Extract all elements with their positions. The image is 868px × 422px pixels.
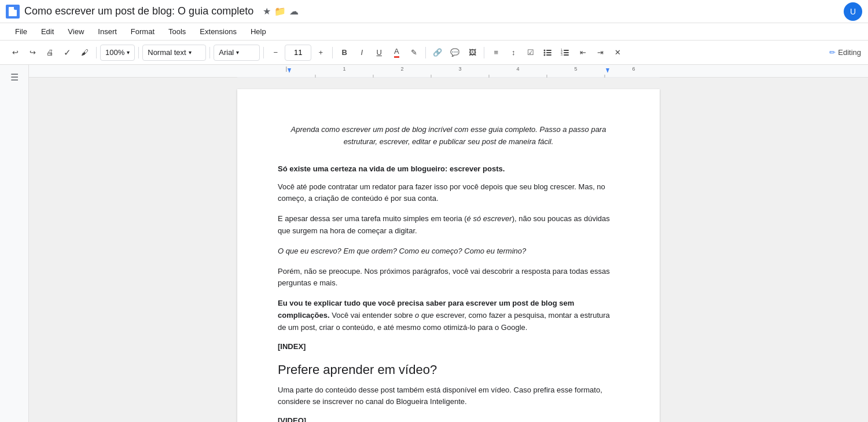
- edit-pencil-icon: ✏: [829, 48, 836, 57]
- svg-text:|: |: [286, 66, 287, 72]
- image-button[interactable]: 🖼: [464, 45, 480, 61]
- ruler-inner: | 1 2 3 4 5 6: [237, 65, 660, 78]
- style-chevron: ▾: [189, 49, 192, 56]
- user-avatar[interactable]: U: [844, 2, 862, 21]
- spellcheck-button[interactable]: ✓: [59, 45, 75, 61]
- zoom-select[interactable]: 100% ▾: [100, 45, 135, 61]
- fontsize-field[interactable]: [285, 45, 311, 61]
- svg-rect-9: [564, 52, 569, 53]
- italic-button[interactable]: I: [354, 45, 370, 61]
- doc-area: | 1 2 3 4 5 6 A: [29, 65, 868, 422]
- menu-help[interactable]: Help: [245, 25, 272, 38]
- para6-italic: o que: [415, 311, 434, 320]
- h2-title: Prefere aprender em vídeo?: [278, 362, 619, 377]
- editing-label-text: Editing: [838, 48, 861, 57]
- svg-text:1: 1: [343, 66, 345, 72]
- document-page[interactable]: Aprenda como escrever um post de blog in…: [237, 89, 660, 422]
- svg-rect-7: [564, 50, 569, 51]
- svg-point-4: [544, 54, 546, 56]
- para5: Porém, não se preocupe. Nos próximos par…: [278, 266, 619, 290]
- para1-bold: Só existe uma certeza na vida de um blog…: [278, 164, 619, 173]
- svg-rect-3: [546, 52, 551, 53]
- docs-logo: [6, 5, 20, 19]
- paint-format-button[interactable]: 🖌: [76, 45, 93, 61]
- svg-text:3.: 3.: [561, 53, 563, 56]
- title-right: U: [844, 2, 862, 21]
- svg-text:5: 5: [574, 66, 577, 72]
- svg-rect-5: [546, 54, 551, 56]
- toolbar: ↩ ↪ 🖨 ✓ 🖌 100% ▾ Normal text ▾ Arial ▾ −…: [0, 41, 868, 65]
- svg-point-2: [544, 52, 546, 53]
- para6: Eu vou te explicar tudo que você precisa…: [278, 298, 619, 333]
- align-button[interactable]: ≡: [488, 45, 504, 61]
- print-button[interactable]: 🖨: [42, 45, 58, 61]
- decrease-indent-button[interactable]: ⇤: [575, 45, 591, 61]
- numbered-list-button[interactable]: 1.2.3.: [557, 45, 573, 61]
- divider-2: [138, 47, 139, 58]
- star-icon[interactable]: ★: [263, 6, 271, 17]
- divider-6: [425, 47, 426, 58]
- main-area: ☰ | 1 2 3 4 5: [0, 65, 868, 422]
- clear-format-button[interactable]: ✕: [609, 45, 626, 61]
- para3-text-a: E apesar dessa ser uma tarefa muito simp…: [278, 214, 467, 223]
- para6-text-b: Você vai entender sobre: [330, 311, 415, 320]
- intro-paragraph: Aprenda como escrever um post de blog in…: [278, 124, 619, 148]
- fontsize-input[interactable]: [290, 48, 306, 57]
- highlight-button[interactable]: ✎: [406, 45, 422, 61]
- checklist-button[interactable]: ☑: [523, 45, 539, 61]
- divider-5: [332, 47, 333, 58]
- editing-status[interactable]: ✏ Editing: [829, 48, 861, 57]
- redo-button[interactable]: ↪: [24, 45, 41, 61]
- divider-3: [209, 47, 210, 58]
- svg-text:2: 2: [400, 66, 403, 72]
- page-container: Aprenda como escrever um post de blog in…: [29, 78, 868, 422]
- zoom-value: 100%: [105, 48, 124, 57]
- divider-7: [484, 47, 484, 58]
- bullet-list-button[interactable]: [540, 45, 556, 61]
- cloud-icon[interactable]: ☁: [289, 6, 299, 17]
- menu-format[interactable]: Format: [125, 25, 160, 38]
- para2: Você até pode contratar um redator para …: [278, 181, 619, 206]
- para7: Uma parte do conteúdo desse post também …: [278, 384, 619, 409]
- zoom-chevron: ▾: [127, 49, 130, 56]
- line-spacing-button[interactable]: ↕: [505, 45, 521, 61]
- menu-file[interactable]: File: [9, 25, 33, 38]
- increase-indent-button[interactable]: ⇥: [592, 45, 608, 61]
- para4: O que eu escrevo? Em que ordem? Como eu …: [278, 245, 619, 258]
- ruler-svg: | 1 2 3 4 5 6: [237, 65, 660, 78]
- link-button[interactable]: 🔗: [429, 45, 446, 61]
- fontsize-decrease-button[interactable]: −: [267, 45, 284, 61]
- font-select[interactable]: Arial ▾: [214, 45, 260, 61]
- svg-rect-11: [564, 54, 569, 56]
- comment-button[interactable]: 💬: [447, 45, 463, 61]
- folder-icon[interactable]: 📁: [274, 6, 286, 17]
- text-color-button[interactable]: A: [388, 45, 404, 61]
- menu-tools[interactable]: Tools: [163, 25, 192, 38]
- style-select[interactable]: Normal text ▾: [142, 45, 206, 61]
- bold-button[interactable]: B: [336, 45, 352, 61]
- index-tag: [INDEX]: [278, 342, 619, 351]
- menu-insert[interactable]: Insert: [92, 25, 123, 38]
- menu-extensions[interactable]: Extensions: [194, 25, 242, 38]
- svg-text:3: 3: [458, 66, 461, 72]
- font-chevron: ▾: [236, 49, 239, 56]
- svg-text:6: 6: [632, 66, 635, 72]
- undo-button[interactable]: ↩: [7, 45, 23, 61]
- outline-icon[interactable]: ☰: [10, 72, 19, 83]
- menu-edit[interactable]: Edit: [35, 25, 60, 38]
- underline-button[interactable]: U: [371, 45, 387, 61]
- fontsize-increase-button[interactable]: +: [312, 45, 329, 61]
- title-icons: ★ 📁 ☁: [263, 6, 299, 17]
- svg-rect-12: [237, 65, 660, 78]
- style-value: Normal text: [148, 48, 186, 57]
- svg-point-0: [544, 49, 546, 51]
- ruler: | 1 2 3 4 5 6: [29, 65, 868, 78]
- svg-text:4: 4: [516, 66, 519, 72]
- title-bar-left: Como escrever um post de blog: O guia co…: [6, 5, 299, 19]
- document-title[interactable]: Como escrever um post de blog: O guia co…: [24, 5, 253, 17]
- svg-rect-1: [546, 50, 551, 51]
- title-bar: Como escrever um post de blog: O guia co…: [0, 0, 868, 23]
- menu-bar: File Edit View Insert Format Tools Exten…: [0, 23, 868, 41]
- sidebar: ☰: [0, 65, 29, 422]
- menu-view[interactable]: View: [62, 25, 90, 38]
